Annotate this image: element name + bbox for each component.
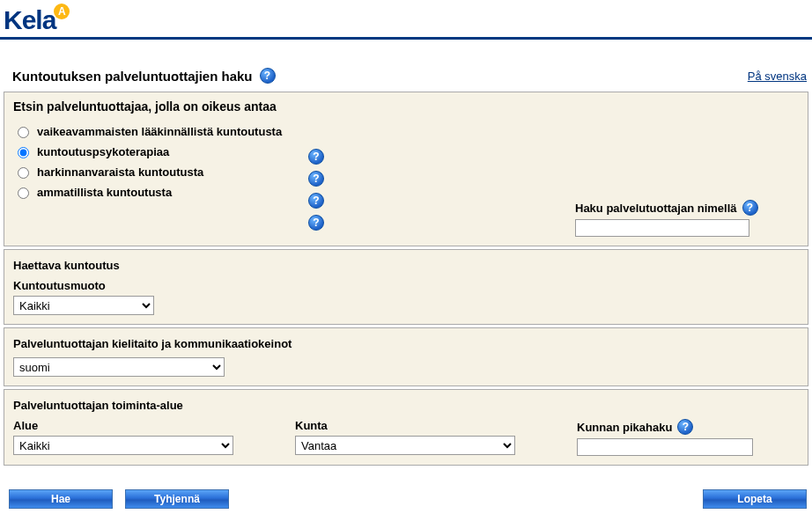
help-icon[interactable]: ?: [308, 171, 324, 187]
header: Kela A: [0, 0, 812, 37]
name-search-label: Haku palvelutuottajan nimellä: [575, 202, 737, 215]
name-search-input[interactable]: [575, 219, 749, 237]
help-icon[interactable]: ?: [308, 149, 324, 165]
panel-title: Palveluntuottajan kielitaito ja kommunik…: [13, 337, 799, 350]
page-title: Kuntoutuksen palveluntuottajien haku ?: [12, 68, 276, 84]
radio-input[interactable]: [18, 167, 29, 179]
panel-search-type: Etsin palveluntuottajaa, jolla on oikeus…: [4, 92, 808, 246]
logo-badge-icon: A: [54, 4, 70, 19]
area-row: Alue Kaikki Kunta Vantaa Kunnan pikahaku…: [13, 419, 799, 456]
panel-title: Palveluntuottajan toiminta-alue: [13, 399, 799, 412]
radio-input[interactable]: [18, 187, 29, 199]
button-bar: Hae Tyhjennä Lopeta: [0, 468, 812, 514]
kela-logo: Kela A: [4, 5, 70, 35]
help-icon[interactable]: ?: [742, 200, 758, 216]
panel-title: Etsin palveluntuottajaa, jolla on oikeus…: [13, 99, 277, 114]
alue-label: Alue: [13, 419, 242, 432]
radio-input[interactable]: [18, 127, 29, 138]
radio-label: harkinnanvaraista kuntoutusta: [37, 165, 203, 179]
radio-label: vaikeavammaisten lääkinnällistä kuntoutu…: [37, 125, 282, 138]
kielitaito-select[interactable]: suomi: [13, 357, 225, 377]
language-link[interactable]: På svenska: [748, 70, 807, 83]
panel-toiminta-alue: Palveluntuottajan toiminta-alue Alue Kai…: [4, 389, 808, 466]
help-icon[interactable]: ?: [260, 68, 276, 84]
pikahaku-label: Kunnan pikahaku: [577, 421, 672, 434]
page-title-text: Kuntoutuksen palveluntuottajien haku: [12, 69, 253, 84]
radio-input[interactable]: [18, 147, 29, 158]
help-icon[interactable]: ?: [308, 193, 324, 209]
radio-label: ammatillista kuntoutusta: [37, 186, 172, 199]
help-icon-column: ? ? ? ?: [308, 149, 324, 231]
tyhjenna-button[interactable]: Tyhjennä: [125, 489, 229, 509]
radio-option-2[interactable]: harkinnanvaraista kuntoutusta: [13, 165, 799, 179]
name-search-block: Haku palvelutuottajan nimellä ?: [575, 200, 795, 237]
radio-option-1[interactable]: kuntoutuspsykoterapiaa: [13, 144, 799, 158]
radio-label: kuntoutuspsykoterapiaa: [37, 145, 169, 158]
kunta-label: Kunta: [295, 419, 524, 432]
kuntoutusmuoto-select[interactable]: Kaikki: [13, 296, 154, 315]
radio-group: vaikeavammaisten lääkinnällistä kuntoutu…: [13, 124, 799, 199]
title-row: Kuntoutuksen palveluntuottajien haku ? P…: [0, 40, 812, 89]
lopeta-button[interactable]: Lopeta: [703, 489, 807, 509]
radio-option-0[interactable]: vaikeavammaisten lääkinnällistä kuntoutu…: [13, 124, 799, 138]
hae-button[interactable]: Hae: [9, 489, 113, 509]
pikahaku-label-row: Kunnan pikahaku ?: [577, 419, 766, 435]
logo-text: Kela: [4, 5, 55, 35]
help-icon[interactable]: ?: [308, 215, 324, 231]
field-label: Kuntoutusmuoto: [13, 279, 799, 292]
radio-option-3[interactable]: ammatillista kuntoutusta: [13, 185, 799, 199]
panel-kuntoutus: Haettava kuntoutus Kuntoutusmuoto Kaikki: [4, 249, 808, 325]
panel-title: Haettava kuntoutus: [13, 259, 799, 272]
button-bar-left: Hae Tyhjennä: [9, 489, 229, 509]
pikahaku-input[interactable]: [577, 438, 753, 456]
kunta-select[interactable]: Vantaa: [295, 436, 515, 455]
help-icon[interactable]: ?: [677, 419, 693, 435]
name-search-label-row: Haku palvelutuottajan nimellä ?: [575, 200, 795, 216]
panel-kielitaito: Palveluntuottajan kielitaito ja kommunik…: [4, 327, 808, 386]
alue-select[interactable]: Kaikki: [13, 436, 233, 455]
